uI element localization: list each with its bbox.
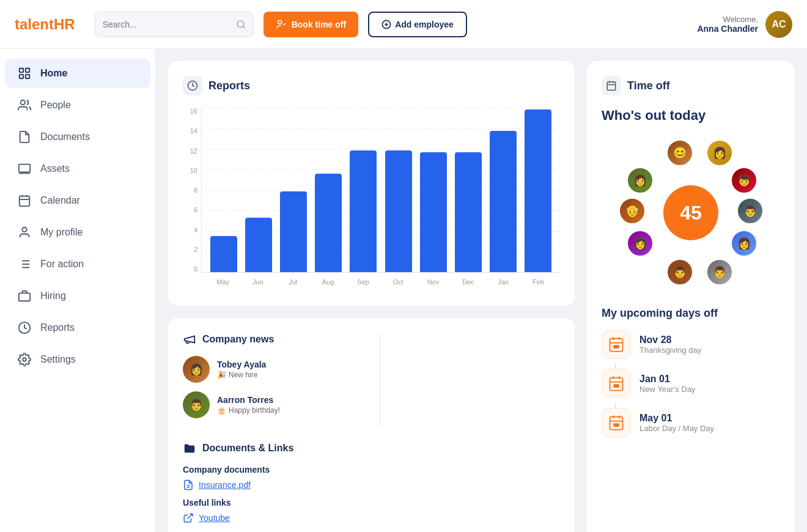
sidebar-item-documents-label: Documents <box>40 131 90 142</box>
day-off-jan01-icon <box>602 369 631 398</box>
avatar-cluster: 😊 👩 👦 👩 👨 👴 👩 👩 👨 👨 45 <box>611 133 770 292</box>
bar-aug <box>313 108 344 272</box>
day-off-nov28-icon <box>602 330 631 359</box>
bar-may <box>208 108 239 272</box>
news-name-aarron: Aarron Torres <box>217 395 280 405</box>
logo: talent HR <box>15 16 75 33</box>
cluster-avatar-5: 👨 <box>737 198 764 224</box>
sidebar-item-people[interactable]: People <box>5 91 150 120</box>
sidebar-item-home[interactable]: Home <box>5 59 150 88</box>
cluster-count: 45 <box>663 185 718 240</box>
company-docs-title: Company documents <box>183 465 364 475</box>
pdf-icon <box>183 479 194 490</box>
search-bar[interactable] <box>95 12 254 37</box>
svg-point-26 <box>23 358 26 361</box>
sidebar-item-my-profile-label: My profile <box>40 227 83 238</box>
main-content: Reports 16 14 12 10 8 6 4 2 0 <box>156 49 807 532</box>
news-avatar-tobey: 👩 <box>183 356 210 383</box>
sidebar-item-hiring[interactable]: Hiring <box>5 281 150 311</box>
svg-point-2 <box>278 20 281 24</box>
insurance-pdf-label: Insurance.pdf <box>199 480 251 490</box>
youtube-link[interactable]: Youtube <box>183 512 364 523</box>
bar-sep <box>348 108 379 272</box>
calendar-icon <box>17 193 32 208</box>
cluster-avatar-4: 👩 <box>627 167 654 194</box>
day-off-may01-info: May 01 Labor Day / May Day <box>639 413 714 433</box>
list-icon <box>17 257 32 272</box>
sidebar-item-settings-label: Settings <box>40 354 76 365</box>
svg-point-17 <box>22 227 26 232</box>
sidebar-item-for-action-label: For action <box>40 259 84 270</box>
bar-feb <box>523 108 554 272</box>
cluster-avatar-8: 👩 <box>627 230 654 257</box>
news-item-tobey: 👩 Tobey Ayala 🎉 New hire <box>183 356 364 383</box>
cluster-avatar-2: 👩 <box>706 139 733 166</box>
welcome-text: Welcome, Anna Chandler <box>697 15 758 34</box>
bar-jun <box>243 108 274 272</box>
add-employee-button[interactable]: Add employee <box>368 12 467 37</box>
insurance-pdf-link[interactable]: Insurance.pdf <box>183 479 364 490</box>
day-off-jan01-name: New Year's Day <box>639 385 695 394</box>
sidebar-item-settings[interactable]: Settings <box>5 345 150 374</box>
plus-circle-icon <box>381 20 391 29</box>
logo-text: talent <box>15 16 54 33</box>
svg-point-10 <box>21 100 25 105</box>
book-time-off-button[interactable]: Book time off <box>263 12 358 37</box>
layout: Home People Documents Assets Calendar <box>0 49 807 532</box>
news-item-aarron: 👨 Aarron Torres 🎂 Happy birthday! <box>183 391 364 418</box>
svg-line-49 <box>188 514 193 519</box>
sidebar-item-reports-label: Reports <box>40 322 75 333</box>
news-title: Company news <box>202 334 274 345</box>
cluster-avatar-10: 👨 <box>706 259 733 286</box>
reports-card-icon <box>183 76 202 95</box>
news-docs-card: Company news 👩 Tobey Ayala 🎉 New hire <box>168 318 575 532</box>
sidebar-item-assets[interactable]: Assets <box>5 154 150 183</box>
sidebar-item-my-profile[interactable]: My profile <box>5 218 150 247</box>
reports-chart-card: Reports 16 14 12 10 8 6 4 2 0 <box>168 61 575 306</box>
user-name: Anna Chandler <box>697 24 758 34</box>
cluster-avatar-7: 👩 <box>731 230 757 257</box>
bar-jul <box>278 108 309 272</box>
header: talent HR Book time off Add employee Wel… <box>0 0 807 49</box>
vertical-divider <box>379 333 380 427</box>
y-axis: 16 14 12 10 8 6 4 2 0 <box>183 108 201 273</box>
external-link-icon <box>183 512 194 523</box>
reports-card-header: Reports <box>183 76 560 95</box>
svg-rect-24 <box>19 293 30 301</box>
day-off-nov28-info: Nov 28 Thanksgiving day <box>639 334 701 355</box>
logo-accent: HR <box>54 16 75 33</box>
news-avatar-aarron: 👨 <box>183 391 210 418</box>
svg-rect-9 <box>26 75 29 78</box>
document-icon <box>17 130 32 144</box>
sidebar-item-calendar[interactable]: Calendar <box>5 186 150 215</box>
bar-dec <box>452 108 484 272</box>
cluster-avatar-9: 👨 <box>666 259 693 286</box>
reports-card-title: Reports <box>208 79 250 92</box>
day-off-nov28-name: Thanksgiving day <box>639 345 701 355</box>
bar-chart: 16 14 12 10 8 6 4 2 0 <box>183 108 560 291</box>
sidebar-item-reports[interactable]: Reports <box>5 313 150 342</box>
sidebar-item-for-action[interactable]: For action <box>5 249 150 279</box>
x-axis: May Jun Jul Aug Sep Oct Nov Dec Jan Feb <box>201 273 560 291</box>
search-input[interactable] <box>103 20 231 29</box>
svg-rect-8 <box>20 75 23 78</box>
briefcase-icon <box>17 289 32 303</box>
day-off-may01-icon <box>602 408 631 437</box>
bar-nov <box>418 108 449 272</box>
day-off-jan01: Jan 01 New Year's Day <box>602 369 780 398</box>
search-icon <box>236 19 246 30</box>
svg-point-0 <box>237 20 244 27</box>
sidebar-item-home-label: Home <box>40 68 67 79</box>
day-off-nov28-date: Nov 28 <box>639 334 701 345</box>
avatar[interactable]: AC <box>765 11 792 38</box>
useful-links-title: Useful links <box>183 498 364 508</box>
cluster-avatar-1: 😊 <box>666 139 693 166</box>
cluster-avatar-6: 👴 <box>619 198 646 224</box>
svg-rect-36 <box>613 345 619 349</box>
day-off-jan01-date: Jan 01 <box>639 374 695 385</box>
people-icon <box>17 98 32 113</box>
sidebar-item-documents[interactable]: Documents <box>5 122 150 152</box>
timeoff-card: Time off Who's out today 😊 👩 👦 👩 👨 👴 👩 👩… <box>587 61 795 532</box>
bar-oct <box>383 108 414 272</box>
add-employee-label: Add employee <box>395 20 454 29</box>
